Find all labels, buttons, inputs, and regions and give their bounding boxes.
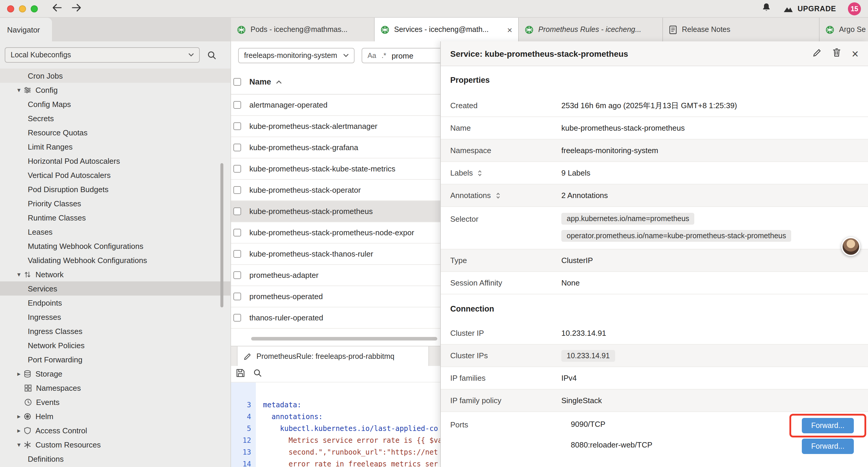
- sidebar-item-ingresses[interactable]: Ingresses: [0, 310, 230, 324]
- kubeconfig-selector[interactable]: Local Kubeconfigs: [5, 47, 200, 63]
- document-icon: [669, 25, 677, 34]
- edit-button[interactable]: [813, 48, 822, 59]
- sidebar-item-runtime-classes[interactable]: Runtime Classes: [0, 210, 230, 225]
- back-button[interactable]: [52, 3, 62, 14]
- sidebar-item-horizontal-pod-autoscalers[interactable]: Horizontal Pod Autoscalers: [0, 154, 230, 168]
- tab-pods[interactable]: Pods - icecheng@mathmas...: [231, 18, 375, 41]
- avatar[interactable]: [841, 237, 860, 256]
- sidebar-item-port-forwarding[interactable]: Port Forwarding: [0, 352, 230, 367]
- port-forward-button[interactable]: Forward...: [802, 439, 854, 454]
- sidebar-item-network[interactable]: ▾Network: [0, 267, 230, 282]
- sidebar-item-secrets[interactable]: Secrets: [0, 111, 230, 125]
- sidebar-item-access-control[interactable]: ▸Access Control: [0, 423, 230, 437]
- clock-icon: [24, 398, 32, 406]
- sidebar-item-services[interactable]: Services: [0, 282, 230, 296]
- ports-label: Ports: [441, 420, 561, 429]
- sort-toggle-icon[interactable]: [495, 192, 501, 199]
- drawer-title: Service: kube-prometheus-stack-prometheu…: [450, 49, 628, 58]
- selector-badge: operator.prometheus.io/name=kube-prometh…: [561, 230, 792, 242]
- sidebar-item-endpoints[interactable]: Endpoints: [0, 296, 230, 310]
- sidebar-item-label: Limit Ranges: [28, 142, 73, 151]
- window-minimize-button[interactable]: [19, 5, 26, 12]
- sidebar-item-config-maps[interactable]: Config Maps: [0, 97, 230, 111]
- row-checkbox[interactable]: [234, 144, 241, 151]
- sidebar-item-ingress-classes[interactable]: Ingress Classes: [0, 324, 230, 338]
- notifications-bell-icon[interactable]: [761, 2, 771, 15]
- service-name: kube-prometheus-stack-alertmanager: [249, 122, 378, 130]
- sidebar-search-icon[interactable]: [208, 51, 216, 59]
- search-input[interactable]: Aa .* prome: [362, 48, 444, 63]
- namespace-link[interactable]: freeleaps-monitoring-system: [561, 146, 658, 155]
- kubernetes-icon: [380, 25, 390, 34]
- tab-argo[interactable]: Argo Se: [819, 18, 868, 41]
- sidebar-item-pod-disruption-budgets[interactable]: Pod Disruption Budgets: [0, 182, 230, 196]
- ip-families-value: IPv4: [561, 374, 577, 382]
- sidebar-item-storage[interactable]: ▸Storage: [0, 367, 230, 381]
- row-checkbox[interactable]: [234, 250, 241, 258]
- row-checkbox[interactable]: [234, 165, 241, 173]
- sidebar-item-helm[interactable]: ▸Helm: [0, 409, 230, 423]
- navigator-panel-tab[interactable]: Navigator: [0, 18, 52, 41]
- sidebar-item-limit-ranges[interactable]: Limit Ranges: [0, 140, 230, 154]
- row-checkbox[interactable]: [234, 314, 241, 322]
- app-window: UPGRADE 15 Navigator Pods - icecheng@mat…: [0, 0, 868, 467]
- dock-tab-prometheusrule[interactable]: PrometheusRule: freeleaps-prod-rabbitmq: [237, 346, 429, 366]
- kubeconfig-selector-value: Local Kubeconfigs: [11, 51, 71, 59]
- row-checkbox[interactable]: [234, 293, 241, 300]
- name-column-header[interactable]: Name: [249, 78, 271, 86]
- row-checkbox[interactable]: [234, 207, 241, 215]
- sidebar-item-cron-jobs[interactable]: Cron Jobs: [0, 68, 230, 83]
- row-checkbox[interactable]: [234, 229, 241, 236]
- code-line: metadata:: [263, 399, 301, 411]
- sidebar-item-config[interactable]: ▾Config: [0, 83, 230, 97]
- row-checkbox[interactable]: [234, 101, 241, 109]
- service-name: kube-prometheus-stack-prometheus: [249, 207, 373, 216]
- editor-search-icon[interactable]: [253, 369, 262, 379]
- sidebar-scrollbar[interactable]: [220, 163, 223, 308]
- sidebar-item-definitions[interactable]: Definitions: [0, 451, 230, 466]
- sidebar-item-validating-webhook-configurations[interactable]: Validating Webhook Configurations: [0, 253, 230, 267]
- row-checkbox[interactable]: [234, 122, 241, 130]
- code-line: kubectl.kubernetes.io/last-applied-co: [263, 423, 438, 435]
- case-sensitive-toggle[interactable]: Aa: [368, 52, 376, 60]
- select-all-checkbox[interactable]: [234, 78, 241, 86]
- sidebar-item-leases[interactable]: Leases: [0, 225, 230, 239]
- port-link-9090[interactable]: 9090/TCP: [571, 420, 606, 429]
- regex-toggle[interactable]: .*: [381, 52, 386, 60]
- sidebar-item-events[interactable]: Events: [0, 395, 230, 409]
- port-link-8080[interactable]: 8080:reloader-web/TCP: [571, 440, 652, 449]
- sidebar-item-vertical-pod-autoscalers[interactable]: Vertical Pod Autoscalers: [0, 168, 230, 182]
- sidebar-item-priority-classes[interactable]: Priority Classes: [0, 196, 230, 210]
- storage-icon: [24, 370, 31, 377]
- sidebar-item-network-policies[interactable]: Network Policies: [0, 338, 230, 352]
- sidebar-item-resource-quotas[interactable]: Resource Quotas: [0, 125, 230, 140]
- type-label: Type: [441, 256, 561, 265]
- close-icon[interactable]: ×: [852, 48, 859, 59]
- delete-button[interactable]: [833, 48, 841, 59]
- sort-toggle-icon[interactable]: [477, 169, 483, 176]
- service-name: kube-prometheus-stack-kube-state-metrics: [249, 164, 395, 173]
- sidebar-item-mutating-webhook-configurations[interactable]: Mutating Webhook Configurations: [0, 239, 230, 253]
- network-icon: [24, 270, 31, 278]
- sidebar-item-custom-resources[interactable]: ▾Custom Resources: [0, 437, 230, 451]
- row-checkbox[interactable]: [234, 271, 241, 279]
- namespace-selector[interactable]: freeleaps-monitoring-system: [238, 48, 354, 63]
- notification-count-badge[interactable]: 15: [848, 2, 861, 15]
- window-zoom-button[interactable]: [31, 5, 38, 12]
- connection-section-heading: Connection: [450, 304, 494, 313]
- port-forward-button[interactable]: Forward...: [802, 418, 854, 433]
- cluster-ips-label: Cluster IPs: [441, 351, 561, 360]
- window-close-button[interactable]: [7, 5, 14, 12]
- upgrade-label: UPGRADE: [797, 4, 836, 13]
- save-button[interactable]: [236, 368, 245, 380]
- upgrade-button[interactable]: UPGRADE: [783, 4, 836, 13]
- row-checkbox[interactable]: [234, 186, 241, 194]
- tab-services[interactable]: Services - icecheng@math... ×: [375, 18, 519, 41]
- sidebar-item-namespaces[interactable]: Namespaces: [0, 381, 230, 395]
- tab-close-icon[interactable]: ×: [507, 25, 512, 34]
- horizontal-scrollbar[interactable]: [251, 337, 437, 341]
- pencil-icon: [243, 352, 252, 360]
- forward-button[interactable]: [71, 3, 82, 14]
- tab-prometheus-rules[interactable]: Prometheus Rules - icecheng...: [519, 18, 663, 41]
- tab-release-notes[interactable]: Release Notes: [663, 18, 819, 41]
